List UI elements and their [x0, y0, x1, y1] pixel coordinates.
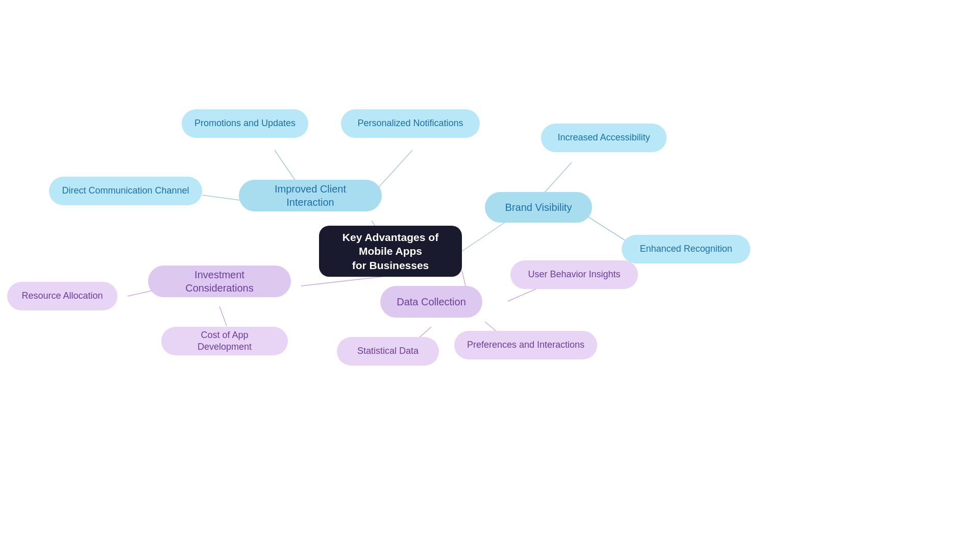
personalized-node: Personalized Notifications: [341, 109, 480, 138]
svg-line-4: [462, 222, 505, 251]
svg-line-11: [508, 288, 537, 301]
center-node: Key Advantages of Mobile Apps for Busine…: [319, 226, 462, 277]
increased-access-node: Increased Accessibility: [541, 124, 667, 152]
resource-alloc-node: Resource Allocation: [7, 282, 117, 310]
center-label: Key Advantages of Mobile Apps for Busine…: [331, 230, 450, 272]
promotions-label: Promotions and Updates: [194, 117, 296, 129]
personalized-label: Personalized Notifications: [357, 117, 463, 129]
enhanced-recog-label: Enhanced Recognition: [640, 243, 732, 255]
brand-visibility-node: Brand Visibility: [485, 192, 592, 223]
data-collection-label: Data Collection: [397, 295, 466, 308]
user-behavior-label: User Behavior Insights: [528, 269, 620, 280]
enhanced-recog-node: Enhanced Recognition: [622, 235, 750, 263]
investment-node: Investment Considerations: [148, 266, 291, 297]
increased-access-label: Increased Accessibility: [557, 132, 650, 143]
preferences-label: Preferences and Interactions: [467, 339, 584, 351]
direct-comm-label: Direct Communication Channel: [62, 185, 189, 197]
svg-line-7: [301, 276, 390, 286]
svg-line-9: [219, 306, 227, 326]
statistical-node: Statistical Data: [337, 337, 439, 366]
preferences-node: Preferences and Interactions: [454, 331, 597, 359]
brand-visibility-label: Brand Visibility: [505, 201, 572, 214]
user-behavior-node: User Behavior Insights: [510, 260, 638, 289]
improved-client-node: Improved Client Interaction: [239, 180, 382, 211]
data-collection-node: Data Collection: [380, 286, 482, 318]
improved-client-label: Improved Client Interaction: [251, 182, 370, 209]
promotions-node: Promotions and Updates: [182, 109, 308, 138]
statistical-label: Statistical Data: [357, 345, 419, 357]
direct-comm-node: Direct Communication Channel: [49, 177, 202, 205]
cost-dev-node: Cost of App Development: [161, 327, 288, 355]
resource-alloc-label: Resource Allocation: [21, 290, 103, 302]
investment-label: Investment Considerations: [160, 268, 279, 295]
cost-dev-label: Cost of App Development: [174, 329, 276, 353]
